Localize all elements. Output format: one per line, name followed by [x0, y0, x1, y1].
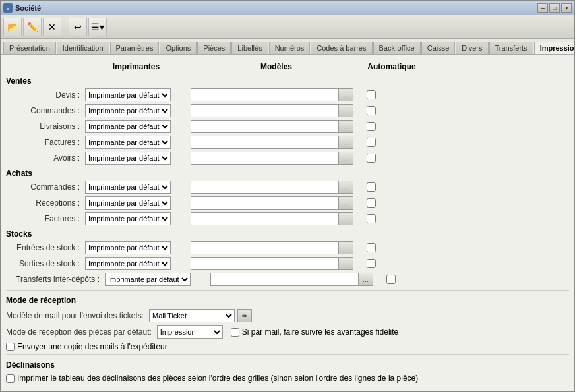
- model-livraisons-wrap: ...: [191, 120, 353, 133]
- copy-mails-label-text: Envoyer une copie des mails à l'expédite…: [17, 342, 167, 351]
- tab-caisse[interactable]: Caisse: [421, 42, 456, 54]
- tab-impressions[interactable]: Impressions: [534, 42, 574, 55]
- model-commandes-ventes-dots[interactable]: ...: [339, 104, 353, 117]
- toolbar-menu-button[interactable]: ☰▾: [88, 18, 107, 36]
- printer-transferts-select[interactable]: Imprimante par défaut: [105, 273, 191, 286]
- printer-receptions-select[interactable]: Imprimante par défaut: [85, 196, 171, 210]
- model-devis-input[interactable]: [191, 88, 339, 101]
- auto-transferts-checkbox[interactable]: [386, 275, 396, 284]
- mail-ticket-select[interactable]: Mail Ticket: [149, 309, 235, 322]
- model-receptions-dots[interactable]: ...: [339, 196, 353, 210]
- printer-entrees-select[interactable]: Imprimante par défaut: [85, 241, 171, 254]
- section-achats-header: Achats: [6, 166, 569, 179]
- row-commandes-achats: Commandes : Imprimante par défaut ...: [6, 179, 569, 195]
- label-livraisons: Livraisons :: [6, 122, 85, 131]
- auto-receptions-checkbox[interactable]: [367, 198, 376, 208]
- label-devis: Devis :: [6, 90, 85, 99]
- model-commandes-achats-wrap: ...: [191, 181, 353, 194]
- toolbar-open-button[interactable]: 📂: [3, 18, 22, 36]
- printer-commandes-achats-select[interactable]: Imprimante par défaut: [85, 181, 171, 194]
- model-devis-dots[interactable]: ...: [339, 88, 353, 101]
- tab-libelles[interactable]: Libellés: [231, 42, 268, 54]
- tab-pieces[interactable]: Pièces: [197, 42, 231, 54]
- model-commandes-ventes-input[interactable]: [191, 104, 339, 117]
- tab-codes-barres[interactable]: Codes à barres: [311, 42, 372, 54]
- label-factures-achats: Factures :: [6, 214, 85, 223]
- printer-commandes-ventes-wrap: Imprimante par défaut: [85, 104, 184, 117]
- main-window: S Société ─ □ ✕ 📂 ✏️ ✕ ↩ ☰▾ Présentation…: [0, 0, 575, 392]
- reception-select[interactable]: Impression Mail Les deux: [157, 325, 223, 339]
- model-livraisons-input[interactable]: [191, 120, 339, 133]
- printer-devis-select[interactable]: Imprimante par défaut: [85, 88, 171, 101]
- separator-2: [6, 354, 569, 355]
- label-transferts-depots: Transferts inter-dépôts :: [6, 275, 105, 284]
- fidelite-checkbox[interactable]: [231, 328, 239, 337]
- printer-livraisons-select[interactable]: Imprimante par défaut: [85, 120, 171, 133]
- printer-commandes-ventes-select[interactable]: Imprimante par défaut: [85, 104, 171, 117]
- auto-entrees-checkbox[interactable]: [367, 243, 376, 252]
- auto-commandes-ventes-checkbox[interactable]: [367, 106, 376, 115]
- printer-factures-achats-select[interactable]: Imprimante par défaut: [85, 212, 171, 225]
- auto-factures-achats-checkbox[interactable]: [367, 214, 376, 223]
- toolbar-edit-button[interactable]: ✏️: [23, 18, 42, 36]
- mail-ticket-edit-button[interactable]: ✏: [237, 309, 252, 322]
- printer-sorties-select[interactable]: Imprimante par défaut: [85, 257, 171, 270]
- tab-numeros[interactable]: Numéros: [269, 42, 311, 54]
- fidelite-label-text: Si par mail, faire suivre les avantages …: [242, 327, 398, 337]
- row-avoirs: Avoirs : Imprimante par défaut ...: [6, 150, 569, 166]
- toolbar-delete-button[interactable]: ✕: [43, 18, 61, 36]
- minimize-button[interactable]: ─: [537, 3, 548, 13]
- toolbar: 📂 ✏️ ✕ ↩ ☰▾: [1, 15, 574, 39]
- maximize-button[interactable]: □: [549, 3, 560, 13]
- model-factures-ventes-wrap: ...: [191, 136, 353, 149]
- printer-factures-ventes-select[interactable]: Imprimante par défaut: [85, 136, 171, 149]
- tab-identification[interactable]: Identification: [57, 42, 109, 54]
- reception-select-wrap: Impression Mail Les deux: [157, 325, 223, 339]
- fidelite-checkbox-label[interactable]: Si par mail, faire suivre les avantages …: [231, 327, 398, 337]
- printer-avoirs-select[interactable]: Imprimante par défaut: [85, 152, 171, 165]
- model-transferts-dots[interactable]: ...: [359, 273, 373, 286]
- model-receptions-input[interactable]: [191, 196, 339, 210]
- declinaisons-checkbox-label[interactable]: Imprimer le tableau des déclinaisons des…: [6, 374, 569, 383]
- declinaisons-checkbox[interactable]: [6, 374, 15, 383]
- model-entrees-input[interactable]: [191, 241, 339, 254]
- row-devis: Devis : Imprimante par défaut ...: [6, 87, 569, 103]
- tab-divers[interactable]: Divers: [456, 42, 488, 54]
- model-sorties-input[interactable]: [191, 257, 339, 270]
- copy-mails-checkbox[interactable]: [6, 343, 15, 351]
- tab-options[interactable]: Options: [160, 42, 197, 54]
- model-transferts-input[interactable]: [210, 273, 359, 286]
- tab-back-office[interactable]: Back-office: [373, 42, 421, 54]
- auto-sorties-checkbox[interactable]: [367, 259, 376, 268]
- row-factures-ventes: Factures : Imprimante par défaut ...: [6, 134, 569, 150]
- separator-1: [6, 290, 569, 291]
- auto-avoirs-checkbox[interactable]: [367, 154, 376, 163]
- model-avoirs-wrap: ...: [191, 152, 353, 165]
- model-entrees-dots[interactable]: ...: [339, 241, 353, 254]
- model-factures-achats-input[interactable]: [191, 212, 339, 225]
- auto-commandes-achats-checkbox[interactable]: [367, 182, 376, 192]
- auto-livraisons-checkbox[interactable]: [367, 122, 376, 131]
- copy-mails-checkbox-label[interactable]: Envoyer une copie des mails à l'expédite…: [6, 342, 167, 351]
- declinaisons-label-text: Imprimer le tableau des déclinaisons des…: [17, 374, 418, 383]
- close-button[interactable]: ✕: [561, 3, 572, 13]
- model-commandes-achats-input[interactable]: [191, 181, 339, 194]
- tab-transferts[interactable]: Transferts: [489, 42, 533, 54]
- printer-receptions-wrap: Imprimante par défaut: [85, 196, 184, 210]
- window-icon: S: [3, 3, 13, 13]
- model-sorties-dots[interactable]: ...: [339, 257, 353, 270]
- model-factures-ventes-dots[interactable]: ...: [339, 136, 353, 149]
- model-commandes-achats-dots[interactable]: ...: [339, 181, 353, 194]
- toolbar-back-button[interactable]: ↩: [69, 18, 87, 36]
- tab-presentation[interactable]: Présentation: [3, 42, 56, 54]
- model-livraisons-dots[interactable]: ...: [339, 120, 353, 133]
- model-factures-achats-dots[interactable]: ...: [339, 212, 353, 225]
- col-header-imprimantes: Imprimantes: [85, 62, 187, 71]
- printer-livraisons-wrap: Imprimante par défaut: [85, 120, 184, 133]
- model-avoirs-dots[interactable]: ...: [339, 152, 353, 165]
- auto-devis-checkbox[interactable]: [367, 90, 376, 99]
- tab-parametres[interactable]: Paramètres: [110, 42, 160, 54]
- auto-factures-ventes-checkbox[interactable]: [367, 138, 376, 147]
- model-avoirs-input[interactable]: [191, 152, 339, 165]
- model-factures-ventes-input[interactable]: [191, 136, 339, 149]
